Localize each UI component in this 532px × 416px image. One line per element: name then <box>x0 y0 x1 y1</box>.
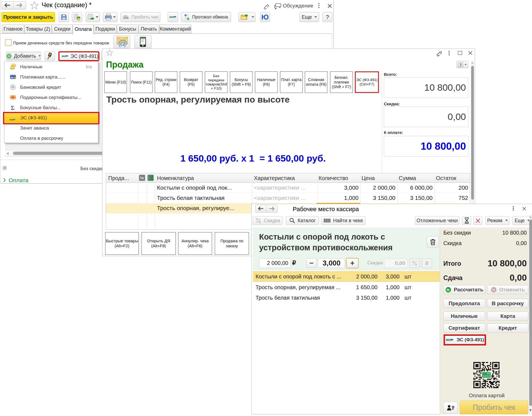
svg-text:Ю: Ю <box>261 13 269 21</box>
svg-text:%: % <box>492 288 495 292</box>
svg-text:@: @ <box>118 38 127 47</box>
svg-text:%: % <box>446 288 450 292</box>
svg-text:Σ: Σ <box>11 104 15 111</box>
svg-text:%: % <box>11 85 14 89</box>
